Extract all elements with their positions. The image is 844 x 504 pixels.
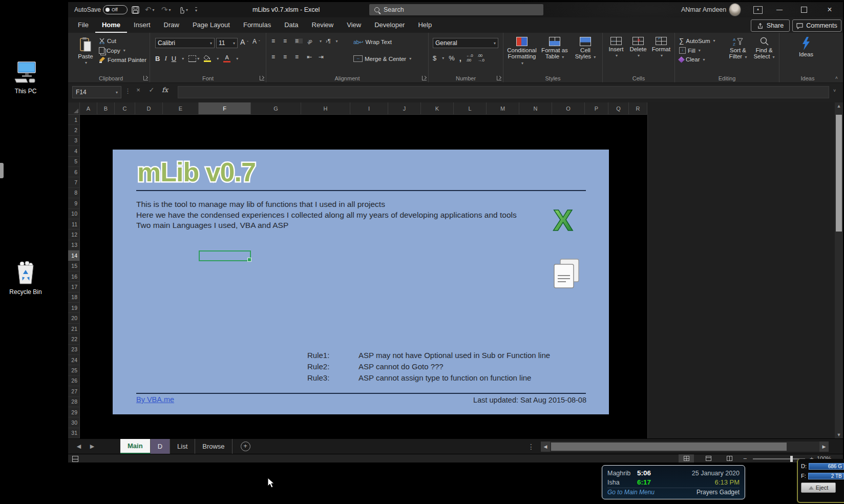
scroll-down-arrow[interactable]: ▼ [835, 431, 843, 438]
ideas-button[interactable]: Ideas [795, 37, 817, 57]
paste-button[interactable]: Paste ▾ [74, 37, 97, 65]
column-header-G[interactable]: G [251, 102, 301, 115]
row-header-20[interactable]: 20 [68, 313, 79, 323]
autosave-toggle[interactable]: Off [103, 2, 128, 17]
horizontal-scroll-thumb[interactable] [551, 443, 787, 451]
row-header-31[interactable]: 31 [68, 428, 79, 438]
page-break-view-button[interactable] [722, 454, 737, 463]
alignment-dialog-launcher[interactable] [422, 76, 427, 80]
row-header-21[interactable]: 21 [68, 324, 79, 334]
sheet-tab-browse[interactable]: Browse [195, 439, 232, 454]
zoom-out-button[interactable]: − [743, 455, 747, 463]
new-sheet-button[interactable]: + [241, 442, 250, 451]
text-direction-button[interactable]: ›¶ [326, 38, 331, 44]
touch-mouse-mode-button[interactable]: ▾ [179, 2, 188, 17]
search-input[interactable]: Search [369, 4, 543, 15]
italic-button[interactable]: I [164, 54, 166, 62]
format-as-table-button[interactable]: Format asTable ▾ [539, 37, 570, 60]
zoom-slider-thumb[interactable] [790, 456, 793, 462]
column-header-I[interactable]: I [350, 102, 388, 115]
save-button[interactable] [132, 2, 139, 17]
row-header-28[interactable]: 28 [68, 397, 79, 407]
horizontal-scrollbar[interactable]: ◀ ▶ [541, 442, 829, 452]
ribbon-tab-developer[interactable]: Developer [368, 17, 411, 33]
cell-styles-button[interactable]: CellStyles ▾ [571, 37, 600, 60]
accounting-format-button[interactable]: $ [433, 54, 436, 62]
fill-color-button[interactable] [204, 55, 211, 62]
top-align-button[interactable]: ≡ [271, 38, 279, 44]
row-header-16[interactable]: 16 [68, 271, 79, 282]
ribbon-tab-file[interactable]: File [71, 17, 95, 33]
name-box[interactable]: F14▾ [72, 86, 121, 98]
edge-panel-handle[interactable] [0, 163, 4, 178]
column-header-L[interactable]: L [454, 102, 487, 115]
column-header-C[interactable]: C [115, 102, 135, 115]
decrease-indent-button[interactable]: ⇤ [307, 54, 314, 59]
font-family-combo[interactable]: Calibri▾ [155, 38, 215, 48]
merge-center-button[interactable]: ↔ Merge & Center▾ [353, 55, 411, 62]
align-center-button[interactable]: ≡ [283, 54, 291, 59]
ribbon-tab-page-layout[interactable]: Page Layout [186, 17, 237, 33]
scroll-right-arrow[interactable]: ▶ [819, 442, 829, 452]
ribbon-tab-home[interactable]: Home [95, 17, 127, 33]
insert-function-button[interactable]: fx [158, 86, 172, 94]
column-header-F[interactable]: F [199, 102, 251, 115]
normal-view-button[interactable] [679, 454, 694, 463]
select-all-corner[interactable] [68, 102, 80, 115]
column-header-A[interactable]: A [80, 102, 97, 115]
column-header-J[interactable]: J [388, 102, 421, 115]
clipboard-dialog-launcher[interactable] [143, 76, 148, 80]
ribbon-tab-formulas[interactable]: Formulas [237, 17, 278, 33]
ribbon-tab-review[interactable]: Review [305, 17, 341, 33]
ribbon-tab-draw[interactable]: Draw [157, 17, 186, 33]
increase-indent-button[interactable]: ⇥ [319, 54, 326, 59]
ribbon-tab-view[interactable]: View [340, 17, 368, 33]
name-box-splitter[interactable]: ⋮ [124, 87, 131, 95]
sheet-nav-right-arrow[interactable]: ▶ [86, 439, 99, 454]
redo-button[interactable]: ↷▾ [161, 2, 171, 17]
row-header-8[interactable]: 8 [68, 188, 79, 198]
row-header-23[interactable]: 23 [68, 345, 79, 355]
row-header-6[interactable]: 6 [68, 167, 79, 177]
clear-button[interactable]: Clear▾ [679, 56, 715, 62]
comma-style-button[interactable]: , [459, 54, 461, 62]
orientation-button[interactable]: ab [306, 36, 315, 45]
column-header-E[interactable]: E [163, 102, 199, 115]
row-header-1[interactable]: 1 [68, 115, 79, 125]
scroll-left-arrow[interactable]: ◀ [541, 442, 550, 452]
copy-button[interactable]: Copy▾ [99, 47, 146, 54]
quick-access-toolbar-menu[interactable]: ▾ [195, 2, 197, 17]
vba-me-link[interactable]: By VBA.me [136, 395, 174, 404]
sheet-tab-list[interactable]: List [170, 439, 195, 454]
row-header-24[interactable]: 24 [68, 355, 79, 365]
macro-record-button[interactable] [72, 456, 78, 463]
expand-formula-bar-button[interactable]: ˅ [833, 88, 836, 93]
row-header-2[interactable]: 2 [68, 125, 79, 135]
row-header-14[interactable]: 14 [68, 250, 79, 261]
wrap-text-button[interactable]: ab↩ Wrap Text [353, 39, 392, 45]
insert-cells-button[interactable]: ← Insert▾ [606, 37, 626, 58]
cancel-button[interactable]: × [132, 86, 145, 94]
autosum-button[interactable]: ∑AutoSum▾ [679, 37, 715, 45]
formula-input[interactable] [178, 86, 829, 98]
row-header-3[interactable]: 3 [68, 136, 79, 146]
row-header-27[interactable]: 27 [68, 386, 79, 396]
collapse-ribbon-button[interactable]: ˄ [835, 75, 838, 80]
go-to-main-menu-link[interactable]: Go to Main Menu [607, 489, 655, 496]
row-header-5[interactable]: 5 [68, 157, 79, 167]
conditional-formatting-button[interactable]: ConditionalFormatting ▾ [505, 37, 538, 67]
fill-button[interactable]: ↓Fill▾ [679, 47, 715, 54]
column-header-Q[interactable]: Q [608, 102, 629, 115]
sort-filter-button[interactable]: A Z Sort &Filter ▾ [726, 37, 750, 60]
underline-button[interactable]: U [172, 55, 176, 62]
selected-cell-f14[interactable] [199, 250, 251, 261]
column-header-K[interactable]: K [421, 102, 454, 115]
doc-author-link[interactable]: By VBA.me [136, 395, 174, 404]
row-header-10[interactable]: 10 [68, 209, 79, 219]
sheet-nav-left-arrow[interactable]: ◀ [72, 439, 86, 454]
column-header-P[interactable]: P [585, 102, 608, 115]
column-header-N[interactable]: N [519, 102, 552, 115]
row-header-9[interactable]: 9 [68, 198, 79, 208]
account-name[interactable]: ANmar Amdeen [681, 2, 726, 17]
bold-button[interactable]: B [155, 55, 160, 62]
